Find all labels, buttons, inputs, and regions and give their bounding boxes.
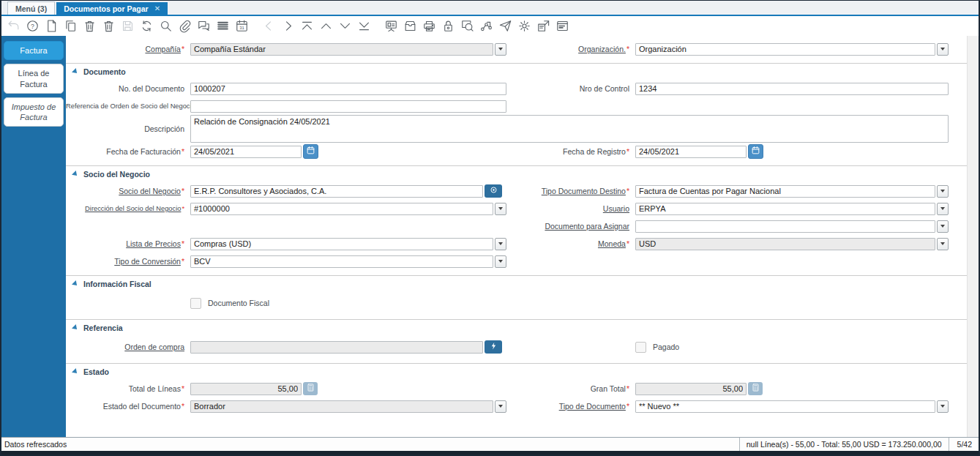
- send-mail-button[interactable]: [497, 18, 514, 34]
- tipo-documento-destino-dropdown-button[interactable]: [937, 185, 949, 198]
- documento-para-asignar-select[interactable]: [635, 220, 935, 233]
- usuario-select[interactable]: ERPYA: [635, 203, 935, 215]
- invoice-form: Compañía*Compañía EstándarOrganización.*…: [66, 36, 967, 437]
- direccion-del-socio-del-negocio-dropdown-button[interactable]: [495, 203, 506, 215]
- no-del-documento-field-group: [190, 83, 506, 95]
- socio-del-negocio-input[interactable]: [190, 185, 483, 198]
- previous-record-icon: [319, 19, 333, 33]
- no-del-documento-input[interactable]: [190, 83, 506, 95]
- fecha-de-registro-input[interactable]: [635, 146, 747, 158]
- first-record-button[interactable]: [299, 18, 315, 34]
- estado-del-documento-select[interactable]: Borrador: [190, 400, 493, 413]
- help-button[interactable]: ?: [24, 18, 41, 34]
- calendar-button[interactable]: 31: [233, 18, 250, 34]
- collapse-icon[interactable]: [72, 324, 79, 332]
- orden-de-compra-input[interactable]: [190, 341, 483, 354]
- gran-total-label: Gran Total*: [508, 384, 634, 393]
- form-row: DescripciónRelación de Consignación 24/0…: [66, 115, 967, 143]
- fecha-de-facturacion-input[interactable]: [190, 146, 302, 158]
- lista-de-precios-label: Lista de Precios*: [66, 239, 189, 248]
- compania-field-group: Compañía Estándar: [190, 43, 506, 56]
- documento-para-asignar-dropdown-button[interactable]: [937, 220, 949, 233]
- orden-de-compra-search-button[interactable]: [485, 340, 502, 354]
- tab-documentos-label: Documentos por Pagar: [64, 4, 149, 13]
- moneda-dropdown-button[interactable]: [937, 238, 949, 250]
- pagado-checkbox[interactable]: [635, 342, 646, 353]
- detail-record-button[interactable]: [280, 18, 296, 34]
- save-icon: [121, 19, 135, 33]
- sidebar-tab-impuesto-de-factura[interactable]: Impuesto de Factura: [4, 97, 64, 127]
- fecha-de-facturacion-calendar-button[interactable]: [303, 144, 318, 159]
- report-icon: [384, 19, 398, 33]
- direccion-del-socio-del-negocio-select[interactable]: #1000000: [190, 203, 493, 215]
- estado-del-documento-dropdown-button[interactable]: [495, 400, 506, 413]
- tab-documentos-por-pagar[interactable]: Documentos por Pagar ✕: [56, 2, 168, 15]
- sidebar-tab-factura[interactable]: Factura: [4, 41, 64, 60]
- total-de-lineas-input[interactable]: [190, 383, 302, 395]
- documento-fiscal-checkbox[interactable]: [190, 298, 201, 309]
- new-record-button[interactable]: [43, 18, 60, 34]
- last-record-button[interactable]: [356, 18, 373, 34]
- copy-record-button[interactable]: [62, 18, 79, 34]
- organizacion-select[interactable]: Organización: [635, 43, 935, 56]
- collapse-icon[interactable]: [72, 68, 79, 75]
- lista-de-precios-dropdown-button[interactable]: [495, 238, 506, 250]
- next-record-button[interactable]: [337, 18, 354, 34]
- collapse-icon[interactable]: [72, 368, 79, 375]
- compania-label: Compañía*: [66, 45, 189, 53]
- parent-record-button[interactable]: [261, 18, 277, 34]
- tipo-de-conversion-dropdown-button[interactable]: [495, 255, 506, 268]
- find-button[interactable]: [157, 18, 174, 34]
- grid-toggle-button[interactable]: [214, 18, 231, 34]
- gran-total-input[interactable]: [635, 383, 747, 395]
- delete-selection-button[interactable]: [100, 18, 117, 34]
- private-record-button[interactable]: [440, 18, 457, 34]
- window-info-button[interactable]: [554, 18, 571, 34]
- close-tab-icon[interactable]: ✕: [154, 4, 160, 12]
- fecha-de-registro-calendar-button[interactable]: [748, 144, 763, 159]
- status-bar: Datos refrescados null Línea(s) - 55,00 …: [1, 437, 979, 451]
- chevron-down-icon: [498, 405, 503, 408]
- total-de-lineas-field-group: [190, 382, 506, 395]
- archive-button[interactable]: [402, 18, 419, 34]
- previous-record-button[interactable]: [318, 18, 334, 34]
- nro-de-control-input[interactable]: [635, 83, 949, 95]
- compania-select[interactable]: Compañía Estándar: [190, 43, 493, 56]
- preferences-button[interactable]: [516, 18, 533, 34]
- undo-button[interactable]: [5, 18, 22, 34]
- sidebar-tab-linea-de-factura[interactable]: Línea de Factura: [4, 64, 64, 94]
- delete-record-button[interactable]: [81, 18, 98, 34]
- gran-total-calculator-button[interactable]: [748, 382, 763, 395]
- descripcion-textarea[interactable]: Relación de Consignación 24/05/2021: [190, 115, 949, 143]
- compania-dropdown-button[interactable]: [495, 43, 506, 56]
- usuario-dropdown-button[interactable]: [937, 203, 949, 215]
- referencia-de-orden-de-socio-del-negocio-input[interactable]: [190, 100, 506, 113]
- report-button[interactable]: [383, 18, 400, 34]
- pagado-label: Pagado: [653, 343, 679, 351]
- collapse-icon[interactable]: [72, 280, 79, 288]
- workflow-button[interactable]: [478, 18, 495, 34]
- vertical-scrollbar[interactable]: [967, 36, 979, 437]
- tipo-documento-destino-select[interactable]: Factura de Cuentas por Pagar Nacional: [635, 185, 935, 198]
- tipo-de-documento-dropdown-button[interactable]: [937, 400, 949, 413]
- tipo-de-conversion-select[interactable]: BCV: [190, 255, 493, 268]
- save-button[interactable]: [119, 18, 136, 34]
- moneda-select[interactable]: USD: [635, 238, 935, 250]
- refresh-button[interactable]: [138, 18, 155, 34]
- business-partner-info-button[interactable]: [485, 184, 502, 198]
- product-info-button[interactable]: [535, 18, 552, 34]
- chevron-down-icon: [940, 190, 945, 193]
- total-de-lineas-calculator-button[interactable]: [303, 382, 318, 395]
- tipo-de-documento-select[interactable]: ** Nuevo **: [635, 400, 935, 413]
- pagado-field-group: Pagado: [635, 342, 949, 353]
- organizacion-dropdown-button[interactable]: [937, 43, 949, 56]
- print-button[interactable]: [421, 18, 438, 34]
- collapse-icon[interactable]: [72, 171, 79, 178]
- attachment-button[interactable]: [176, 18, 193, 34]
- lista-de-precios-select[interactable]: Compras (USD): [190, 238, 493, 250]
- chevron-down-icon: [940, 405, 945, 408]
- zoom-across-button[interactable]: [459, 18, 476, 34]
- tab-menu[interactable]: Menú (3): [7, 1, 55, 15]
- socio-del-negocio-field-group: [190, 184, 506, 198]
- chat-button[interactable]: [195, 18, 212, 34]
